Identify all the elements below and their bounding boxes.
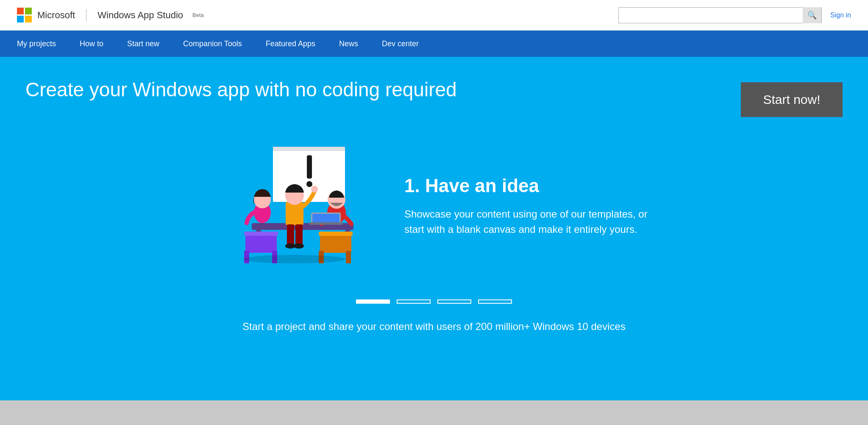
hero-illustration (209, 134, 370, 278)
nav-item-my-projects[interactable]: My projects (17, 31, 68, 57)
start-now-button[interactable]: Start now! (741, 82, 843, 117)
header-right: 🔍 Sign in (618, 7, 851, 23)
hero-top: Create your Windows app with no coding r… (25, 78, 843, 117)
header: Microsoft Windows App Studio Beta 🔍 Sign… (0, 0, 868, 31)
beta-label: Beta (192, 12, 204, 18)
hero-bottom-text: Start a project and share your content w… (25, 321, 843, 333)
carousel-dot-1[interactable] (356, 299, 390, 304)
svg-rect-27 (309, 222, 343, 225)
illustration-svg (209, 134, 370, 278)
carousel-dots (25, 299, 843, 304)
svg-point-15 (311, 186, 318, 193)
nav-item-featured-apps[interactable]: Featured Apps (254, 31, 327, 57)
logo-area: Microsoft Windows App Studio Beta (17, 8, 204, 23)
microsoft-logo (17, 8, 32, 23)
svg-rect-20 (319, 232, 353, 236)
svg-point-29 (243, 255, 345, 263)
footer-gray (0, 400, 868, 425)
app-title: Windows App Studio (97, 10, 183, 21)
sign-in-link[interactable]: Sign in (830, 11, 851, 19)
carousel-dot-3[interactable] (437, 299, 471, 304)
svg-point-3 (306, 181, 312, 187)
hero-content: 1. Have an idea Showcase your content us… (25, 134, 843, 278)
svg-rect-28 (312, 214, 339, 222)
search-input[interactable] (619, 11, 803, 19)
svg-rect-13 (286, 202, 303, 225)
carousel-dot-2[interactable] (397, 299, 431, 304)
hero-section: Create your Windows app with no coding r… (0, 57, 868, 400)
svg-rect-1 (273, 147, 345, 151)
svg-rect-8 (245, 236, 277, 253)
logo-yellow (25, 16, 32, 22)
search-button[interactable]: 🔍 (803, 7, 821, 23)
svg-rect-23 (346, 251, 351, 263)
carousel-dot-4[interactable] (478, 299, 512, 304)
hero-text-area: 1. Have an idea Showcase your content us… (404, 175, 659, 237)
logo-blue (17, 16, 24, 22)
hero-step-description: Showcase your content using one of our t… (404, 207, 659, 237)
svg-point-19 (294, 243, 304, 249)
hero-step-title: 1. Have an idea (404, 175, 659, 196)
nav-item-news[interactable]: News (327, 31, 370, 57)
logo-green (25, 8, 32, 14)
hero-title: Create your Windows app with no coding r… (25, 78, 457, 101)
navbar: My projects How to Start new Companion T… (0, 31, 868, 57)
svg-rect-16 (287, 224, 294, 246)
nav-item-companion-tools[interactable]: Companion Tools (171, 31, 254, 57)
logo-red (17, 8, 24, 14)
svg-rect-2 (307, 155, 312, 179)
svg-rect-17 (295, 224, 303, 246)
header-divider (86, 9, 86, 22)
search-box: 🔍 (618, 7, 822, 23)
svg-rect-9 (244, 251, 249, 263)
nav-item-start-new[interactable]: Start new (115, 31, 171, 57)
nav-item-dev-center[interactable]: Dev center (370, 31, 431, 57)
svg-rect-7 (244, 232, 278, 236)
svg-rect-21 (320, 236, 351, 253)
nav-item-how-to[interactable]: How to (68, 31, 115, 57)
microsoft-label: Microsoft (37, 10, 75, 21)
